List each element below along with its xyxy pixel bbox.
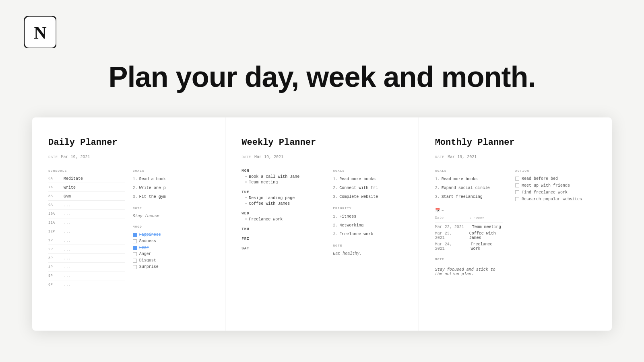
schedule-text: ... bbox=[64, 203, 71, 208]
table-header: Date ↗ Event bbox=[435, 216, 503, 222]
time-label: 1P bbox=[48, 239, 60, 243]
event-date: Mar 23, 2021 bbox=[435, 231, 461, 240]
day-block: MONBook a call with JaneTeam meeting bbox=[242, 169, 325, 185]
mood-label: Anger bbox=[139, 252, 151, 256]
weekly-priority-header: PRIORITY bbox=[333, 206, 402, 210]
table-date-header: Date bbox=[435, 216, 461, 220]
priority-text: Fitness bbox=[339, 214, 356, 219]
monthly-events-table: 📅 – Date ↗ Event Mar 22, 2021Team meetin… bbox=[435, 208, 503, 251]
priority-text: Networking bbox=[339, 223, 363, 228]
goal-text: Start freelancing bbox=[442, 195, 483, 199]
event-name: Team meeting bbox=[472, 225, 501, 229]
priority-number: 1. bbox=[333, 214, 338, 219]
weekly-priority-item: 3.Freelance work bbox=[333, 232, 402, 237]
day-block: TUEDesign landing pageCoffee with James bbox=[242, 190, 325, 206]
mood-item: Anger bbox=[133, 252, 209, 256]
daily-date-value: Mar 19, 2021 bbox=[61, 155, 90, 159]
event-row: Mar 23, 2021Coffee with James bbox=[435, 231, 503, 240]
priority-number: 2. bbox=[333, 223, 338, 228]
mood-item: Happiness bbox=[133, 232, 209, 237]
day-block: WEDFreelance work bbox=[242, 212, 325, 222]
action-checkbox[interactable] bbox=[515, 190, 519, 194]
weekly-priority-item: 1.Fitness bbox=[333, 214, 402, 220]
day-block: FRI bbox=[242, 237, 325, 241]
mood-checkbox[interactable] bbox=[133, 246, 137, 250]
time-label: 5P bbox=[48, 274, 60, 278]
schedule-item: 7AWrite bbox=[48, 185, 125, 192]
schedule-item: 5P... bbox=[48, 274, 125, 280]
mood-items: HappinessSadnessFearAngerDisgustSurprise bbox=[133, 232, 209, 269]
weekly-goal-item: 2.Connect with fri bbox=[333, 185, 402, 191]
weekly-note-content: Eat healthy. bbox=[333, 251, 402, 256]
mood-checkbox[interactable] bbox=[133, 259, 137, 263]
page-title: Plan your day, week and month. bbox=[24, 60, 620, 93]
event-date: Mar 22, 2021 bbox=[435, 225, 464, 229]
mood-checkbox[interactable] bbox=[133, 239, 137, 243]
goal-number: 3. bbox=[333, 195, 338, 199]
action-checkbox[interactable] bbox=[515, 197, 519, 201]
priority-number: 3. bbox=[333, 232, 338, 237]
day-block: SAT bbox=[242, 247, 325, 251]
day-item: Team meeting bbox=[242, 180, 325, 185]
schedule-text: ... bbox=[64, 274, 71, 278]
monthly-title: Monthly Planner bbox=[435, 138, 596, 148]
goal-text: Connect with fri bbox=[339, 186, 378, 190]
weekly-goals-col: GOALS 1.Read more books2.Connect with fr… bbox=[333, 169, 402, 256]
daily-goal-item: 1.Read a book bbox=[133, 177, 209, 182]
monthly-note-content: Stay focused and stick to the action pla… bbox=[435, 267, 503, 276]
goal-text: Expand social circle bbox=[442, 186, 490, 190]
time-label: 6P bbox=[48, 283, 60, 287]
action-checkbox[interactable] bbox=[515, 177, 519, 181]
mood-item: Sadness bbox=[133, 239, 209, 243]
time-label: 8A bbox=[48, 194, 60, 199]
goal-number: 2. bbox=[333, 186, 338, 190]
action-label: Meet up with friends bbox=[522, 183, 570, 188]
time-label: 11A bbox=[48, 221, 60, 225]
weekly-goals-list: 1.Read more books2.Connect with fri3.Com… bbox=[333, 177, 402, 200]
daily-columns: SCHEDULE 6AMeditate7AWrite8AGym9A...10A.… bbox=[48, 169, 209, 292]
daily-note-header: NOTE bbox=[133, 206, 209, 210]
mood-checkbox[interactable] bbox=[133, 233, 137, 237]
time-label: 12P bbox=[48, 230, 60, 234]
daily-date-label: DATE bbox=[48, 155, 58, 159]
weekly-priority-list: 1.Fitness2.Networking3.Freelance work bbox=[333, 214, 402, 237]
schedule-item: 2P... bbox=[48, 247, 125, 254]
goal-text: Read a book bbox=[139, 177, 166, 181]
monthly-planner-card: Monthly Planner DATE Mar 19, 2021 GOALS … bbox=[419, 117, 612, 331]
weekly-goal-item: 1.Read more books bbox=[333, 177, 402, 182]
schedule-item: 6P... bbox=[48, 283, 125, 289]
action-item: Read before bed bbox=[515, 177, 596, 181]
day-label: THU bbox=[242, 227, 325, 231]
weekly-columns: MONBook a call with JaneTeam meetingTUED… bbox=[242, 169, 402, 256]
monthly-actions-list: Read before bedMeet up with friendsFind … bbox=[515, 177, 596, 202]
schedule-item: 9A... bbox=[48, 203, 125, 210]
schedule-column: SCHEDULE 6AMeditate7AWrite8AGym9A...10A.… bbox=[48, 169, 125, 292]
daily-date-row: DATE Mar 19, 2021 bbox=[48, 155, 209, 159]
mood-checkbox[interactable] bbox=[133, 265, 137, 269]
monthly-note-block: NOTE Stay focused and stick to the actio… bbox=[435, 257, 503, 276]
weekly-note-section: NOTE Eat healthy. bbox=[333, 244, 402, 256]
goal-number: 3. bbox=[133, 195, 138, 199]
days-column: MONBook a call with JaneTeam meetingTUED… bbox=[242, 169, 325, 256]
calendar-dash: – bbox=[442, 208, 444, 213]
monthly-date-value: Mar 19, 2021 bbox=[448, 155, 477, 159]
day-label: SAT bbox=[242, 247, 325, 251]
action-checkbox[interactable] bbox=[515, 183, 519, 187]
mood-label: Happiness bbox=[139, 232, 161, 237]
mood-section: MOOD HappinessSadnessFearAngerDisgustSur… bbox=[133, 225, 209, 269]
mood-label: Sadness bbox=[139, 239, 156, 243]
weekly-priority-item: 2.Networking bbox=[333, 223, 402, 228]
schedule-item: 10A... bbox=[48, 212, 125, 218]
daily-goals-header: GOALS bbox=[133, 169, 209, 173]
day-label: MON bbox=[242, 169, 325, 173]
schedule-item: 8AGym bbox=[48, 194, 125, 201]
monthly-events-list: Mar 22, 2021Team meetingMar 23, 2021Coff… bbox=[435, 225, 503, 251]
mood-checkbox[interactable] bbox=[133, 252, 137, 256]
calendar-icon-row: 📅 – bbox=[435, 208, 503, 213]
action-label: Research popular websites bbox=[522, 197, 582, 202]
monthly-goals-header: GOALS bbox=[435, 169, 503, 173]
weekly-title: Weekly Planner bbox=[242, 138, 402, 148]
day-label: WED bbox=[242, 212, 325, 216]
goal-number: 3. bbox=[435, 195, 440, 199]
mood-item: Disgust bbox=[133, 258, 209, 263]
